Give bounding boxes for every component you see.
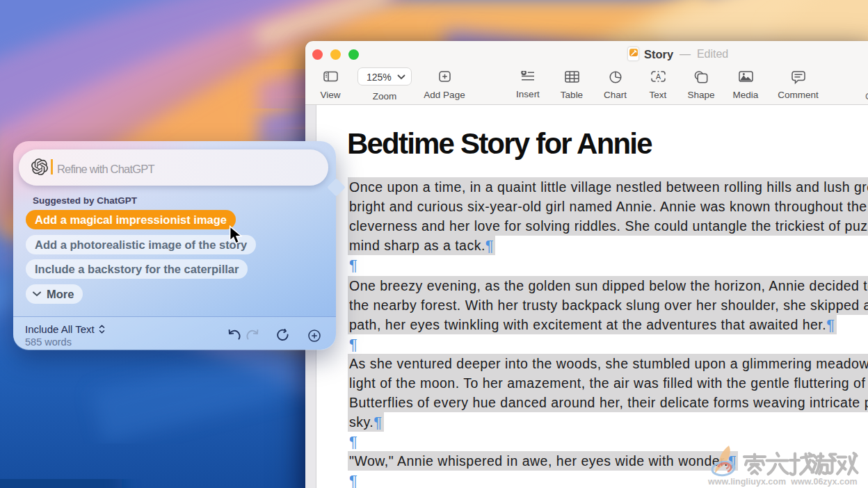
svg-text:www.06zyx.com: www.06zyx.com <box>790 477 857 487</box>
svg-text:A: A <box>655 72 660 81</box>
svg-text:www.lingliuyx.com: www.lingliuyx.com <box>707 477 786 487</box>
